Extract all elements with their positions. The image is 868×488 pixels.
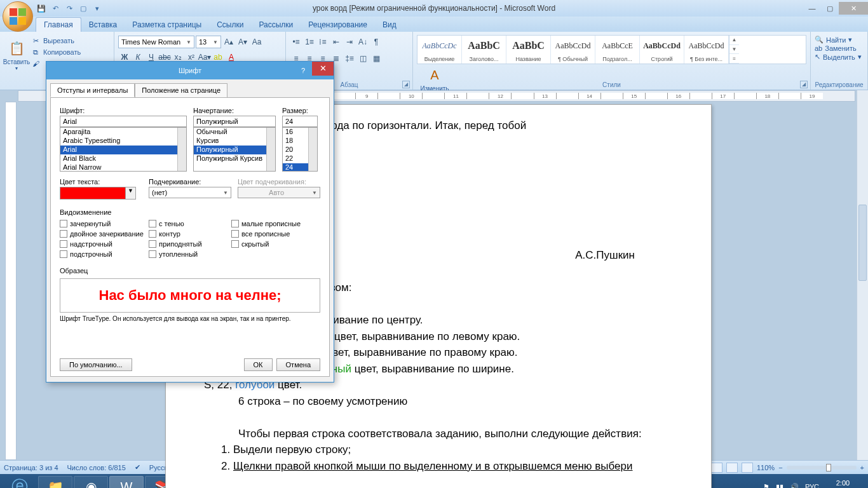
tab-view[interactable]: Вид (375, 18, 404, 32)
undo-icon[interactable]: ↶ (50, 3, 61, 14)
font-size-list[interactable]: 1618202224 (282, 127, 318, 172)
style-item[interactable]: AaBbCcDdСтрогий (640, 36, 684, 64)
office-button[interactable] (3, 1, 33, 32)
tab-mailings[interactable]: Рассылки (251, 18, 301, 32)
multilevel-icon[interactable]: ⁞≡ (316, 36, 329, 48)
vertical-ruler[interactable] (5, 102, 17, 460)
scrollbar-thumb[interactable] (858, 205, 867, 281)
maximize-button[interactable]: ▢ (821, 2, 839, 15)
font-name-list[interactable]: AparajitaArabic TypesettingArialArial Bl… (60, 127, 187, 172)
task-explorer[interactable]: 📁 (38, 476, 72, 488)
text-color-combo[interactable]: ▼ (60, 187, 136, 200)
dialog-tab-position[interactable]: Положение на странице (135, 83, 227, 97)
find-button[interactable]: 🔍Найти▾ (815, 36, 864, 44)
style-gallery-scroll[interactable]: ▲▼≡ (729, 36, 739, 64)
font-style-input[interactable]: Полужирный (193, 116, 276, 127)
effect-checkbox[interactable]: скрытый (231, 240, 320, 248)
clear-format-icon[interactable]: Aa (250, 36, 263, 48)
bullets-icon[interactable]: •≡ (290, 36, 302, 48)
line-spacing-icon[interactable]: ‡≡ (343, 52, 356, 65)
default-button[interactable]: По умолчанию... (60, 358, 132, 371)
redo-icon[interactable]: ↷ (64, 3, 75, 14)
close-button[interactable]: ✕ (839, 2, 868, 15)
view-draft[interactable] (742, 463, 753, 473)
effect-checkbox[interactable]: контур (149, 230, 231, 238)
style-item[interactable]: AaBbCcDcВыделение (417, 36, 462, 64)
tray-language[interactable]: РУС (805, 483, 819, 488)
task-chrome[interactable]: ◉ (74, 476, 108, 488)
effect-checkbox[interactable]: приподнятый (149, 240, 231, 248)
effect-checkbox[interactable]: подстрочный (60, 250, 149, 258)
effect-checkbox[interactable]: утопленный (149, 250, 231, 258)
shading-icon[interactable]: ◫ (356, 52, 369, 65)
style-item[interactable]: AaBbCcDd¶ Обычный (551, 36, 595, 64)
start-button[interactable]: ⓔ (3, 476, 37, 488)
style-item[interactable]: AaBbCcDd¶ Без инте... (684, 36, 729, 64)
effect-checkbox[interactable]: с тенью (149, 220, 231, 227)
list-item[interactable]: Полужирный (194, 146, 275, 154)
shrink-font-icon[interactable]: A▾ (236, 36, 249, 48)
dialog-tab-indents[interactable]: Отступы и интервалы (50, 83, 135, 97)
font-style-list[interactable]: ОбычныйКурсивПолужирныйПолужирный Курсив (193, 127, 276, 172)
underline-combo[interactable]: (нет)▼ (149, 187, 231, 198)
tray-clock[interactable]: 2:0009.04.2013 (825, 479, 860, 488)
list-item[interactable]: Arial (60, 146, 186, 154)
cancel-button[interactable]: Отмена (276, 358, 320, 371)
word-count[interactable]: Число слов: 6/815 (67, 464, 126, 471)
styles-launcher[interactable]: ◢ (800, 81, 808, 88)
tab-review[interactable]: Рецензирование (301, 18, 375, 32)
style-item[interactable]: AaBbCНазвание (506, 36, 551, 64)
grow-font-icon[interactable]: A▴ (222, 36, 235, 48)
numbering-icon[interactable]: 1≡ (303, 36, 316, 48)
tray-network-icon[interactable]: ▮▮ (776, 483, 783, 489)
style-gallery[interactable]: AaBbCcDcВыделение AaBbCЗаголово... AaBbC… (417, 35, 806, 64)
dialog-close-button[interactable]: ✕ (312, 62, 334, 76)
style-item[interactable]: AaBbCЗаголово... (462, 36, 506, 64)
font-size-combo[interactable]: 13▼ (196, 36, 221, 48)
zoom-in-button[interactable]: + (860, 464, 864, 471)
font-size-input[interactable]: 24 (282, 116, 318, 127)
page-status[interactable]: Страница: 3 из 4 (4, 464, 58, 471)
effect-checkbox[interactable]: все прописные (231, 230, 320, 238)
tray-volume-icon[interactable]: 🔊 (790, 483, 799, 489)
zoom-out-button[interactable]: − (778, 464, 782, 471)
dialog-help-button[interactable]: ? (294, 67, 312, 74)
qat-more-icon[interactable]: ▾ (92, 3, 103, 14)
font-name-input[interactable]: Arial (60, 116, 187, 127)
ok-button[interactable]: ОК (244, 358, 273, 371)
indent-dec-icon[interactable]: ⇤ (330, 36, 342, 48)
style-item[interactable]: AaBbCcEПодзагол... (595, 36, 640, 64)
zoom-value[interactable]: 110% (757, 464, 775, 471)
list-item[interactable]: Arial Black (60, 154, 186, 163)
show-marks-icon[interactable]: ¶ (370, 36, 383, 48)
paragraph-launcher[interactable]: ◢ (402, 81, 410, 88)
view-outline[interactable] (726, 463, 738, 473)
list-item[interactable]: Arabic Typesetting (60, 137, 186, 146)
list-item[interactable]: Полужирный Курсив (194, 154, 275, 163)
effect-checkbox[interactable]: надстрочный (60, 240, 149, 248)
list-item[interactable]: Aparajita (60, 128, 186, 137)
zoom-slider[interactable] (787, 466, 857, 470)
replace-button[interactable]: abЗаменить (815, 44, 864, 52)
list-item[interactable]: Обычный (194, 128, 275, 137)
minimize-button[interactable]: — (803, 2, 821, 15)
indent-inc-icon[interactable]: ⇥ (343, 36, 356, 48)
effect-checkbox[interactable]: малые прописные (231, 220, 320, 227)
task-word[interactable]: W (109, 476, 144, 488)
copy-button[interactable]: ⧉Копировать (31, 47, 81, 57)
effect-checkbox[interactable]: зачеркнутый (60, 220, 149, 227)
font-name-combo[interactable]: Times New Roman▼ (118, 36, 194, 48)
cut-button[interactable]: ✂Вырезать (31, 36, 81, 46)
spell-check-icon[interactable]: ✔ (135, 463, 140, 471)
save-icon[interactable]: 💾 (36, 3, 47, 14)
view-web[interactable] (711, 463, 722, 473)
select-button[interactable]: ↖Выделить▾ (815, 53, 864, 61)
tab-insert[interactable]: Вставка (81, 18, 125, 32)
new-doc-icon[interactable]: ▢ (78, 3, 89, 14)
tray-flag-icon[interactable]: ⚑ (763, 483, 770, 489)
tab-layout[interactable]: Разметка страницы (125, 18, 209, 32)
sort-icon[interactable]: A↓ (356, 36, 369, 48)
effect-checkbox[interactable]: двойное зачеркивание (60, 230, 149, 238)
tab-home[interactable]: Главная (36, 17, 81, 32)
dialog-titlebar[interactable]: Шрифт ? ✕ (46, 62, 334, 79)
